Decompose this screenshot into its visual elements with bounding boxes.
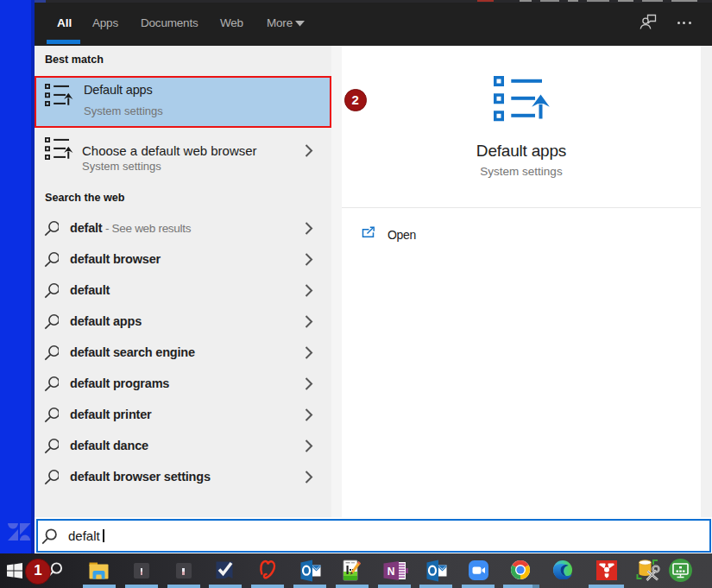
svg-text:N: N — [388, 566, 395, 578]
